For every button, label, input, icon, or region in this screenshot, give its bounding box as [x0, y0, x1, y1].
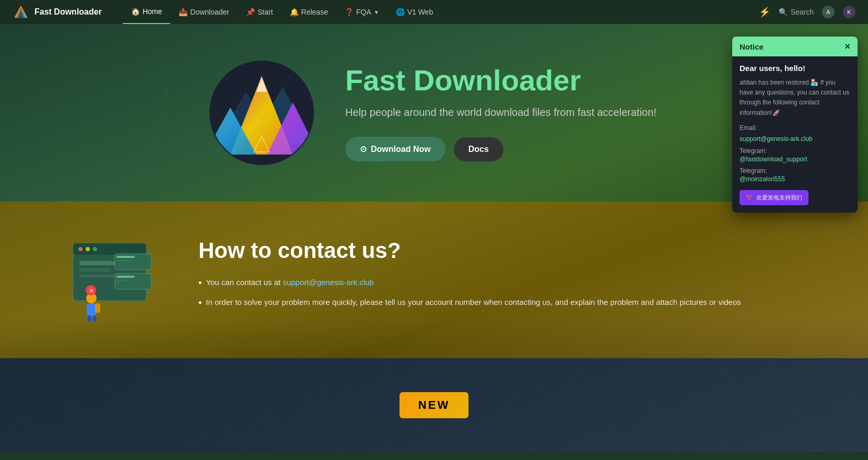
svg-point-14 — [78, 247, 83, 251]
hero-logo-svg — [209, 61, 314, 165]
svg-rect-19 — [79, 275, 116, 278]
notice-email-label: Email: — [740, 124, 850, 132]
nav-links: 🏠 Home 📥 Downloader 📌 Start 🔔 Release ❓ … — [123, 0, 759, 24]
svg-rect-24 — [116, 276, 135, 278]
notice-title: Notice — [740, 42, 764, 51]
nav-v1web[interactable]: 🌐 V1 Web — [388, 0, 442, 24]
notice-telegram-label-2: Telegram: — [740, 167, 850, 174]
fqa-chevron-icon: ▼ — [374, 9, 379, 15]
svg-text:✕: ✕ — [89, 287, 94, 294]
download-now-button[interactable]: ⊙ Download Now — [345, 137, 445, 161]
search-button[interactable]: 🔍 Search — [779, 8, 814, 16]
new-badge: NEW — [400, 392, 468, 418]
brand[interactable]: Fast Downloader — [13, 4, 102, 20]
nav-fqa[interactable]: ❓ FQA ▼ — [336, 0, 388, 24]
nav-downloader[interactable]: 📥 Downloader — [170, 0, 238, 24]
svg-rect-21 — [116, 256, 135, 258]
contact-section: ✕ How to contact us? You can contact us … — [0, 202, 868, 358]
contact-waves — [0, 316, 868, 358]
svg-rect-30 — [93, 315, 96, 322]
contact-item-2: In order to solve your problem more quic… — [198, 298, 805, 309]
brand-name: Fast Downloader — [34, 7, 102, 17]
svg-point-15 — [86, 247, 90, 251]
avatar-a[interactable]: A — [822, 6, 835, 18]
svg-rect-18 — [79, 268, 111, 272]
download-icon: ⊙ — [360, 144, 367, 154]
start-icon: 📌 — [246, 8, 255, 16]
contact-item-1-text: You can contact us at support@genesis-ar… — [206, 278, 374, 287]
notice-btn-icon: 💜 — [746, 194, 753, 201]
fqa-icon: ❓ — [345, 8, 354, 16]
notice-support-button[interactable]: 💜 在爱发电支持我们 — [740, 190, 808, 205]
brand-logo-icon — [13, 4, 29, 20]
notice-email-link[interactable]: support@genesis-ark.club — [740, 135, 813, 143]
navbar-right: ⚡ 🔍 Search A K — [759, 6, 855, 18]
notice-panel: Notice × Dear users, hello! afdian has b… — [732, 37, 858, 213]
hero-buttons: ⊙ Download Now Docs — [345, 137, 659, 161]
home-icon: 🏠 — [131, 7, 140, 16]
docs-button[interactable]: Docs — [454, 137, 503, 161]
svg-point-16 — [93, 247, 97, 251]
notice-telegram-link-1[interactable]: @fastdownload_support — [740, 156, 850, 163]
search-icon: 🔍 — [779, 8, 788, 16]
contact-email-link[interactable]: support@genesis-ark.club — [283, 278, 373, 287]
notice-greeting: Dear users, hello! — [740, 64, 850, 73]
navbar: Fast Downloader 🏠 Home 📥 Downloader 📌 St… — [0, 0, 868, 24]
svg-rect-27 — [87, 303, 96, 316]
hero-title: Fast Downloader — [345, 64, 659, 97]
hero-text: Fast Downloader Help people around the w… — [345, 64, 659, 162]
svg-rect-29 — [88, 315, 91, 322]
notice-text: afdian has been restored.🏪 If you have a… — [740, 78, 850, 118]
notice-body: Dear users, hello! afdian has been resto… — [732, 56, 858, 213]
svg-rect-13 — [73, 243, 146, 255]
release-icon: 🔔 — [290, 8, 299, 16]
contact-text: How to contact us? You can contact us at… — [198, 238, 805, 317]
avatar-k[interactable]: K — [843, 6, 855, 18]
contact-list: You can contact us at support@genesis-ar… — [198, 278, 805, 309]
contact-item-1: You can contact us at support@genesis-ar… — [198, 278, 805, 289]
hero-logo — [209, 61, 314, 165]
contact-title: How to contact us? — [198, 238, 805, 263]
notice-close-button[interactable]: × — [844, 42, 850, 51]
notice-telegram-link-2[interactable]: @moinzalori555 — [740, 175, 850, 183]
nav-start[interactable]: 📌 Start — [238, 0, 281, 24]
hero-subtitle: Help people around the world download fi… — [345, 104, 659, 120]
notice-telegram-label-1: Telegram: — [740, 147, 850, 155]
svg-rect-25 — [116, 280, 130, 281]
footer-section: NEW — [0, 358, 868, 452]
nav-release[interactable]: 🔔 Release — [281, 0, 336, 24]
contact-content: ✕ How to contact us? You can contact us … — [63, 238, 805, 322]
nav-home[interactable]: 🏠 Home — [123, 0, 170, 24]
contact-svg-icon: ✕ — [63, 238, 157, 322]
thunder-icon[interactable]: ⚡ — [759, 6, 770, 18]
svg-rect-22 — [116, 260, 130, 262]
v1web-icon: 🌐 — [396, 8, 405, 16]
contact-illustration: ✕ — [63, 238, 157, 322]
downloader-icon: 📥 — [179, 8, 187, 16]
svg-rect-28 — [95, 303, 100, 313]
notice-header: Notice × — [732, 37, 858, 56]
